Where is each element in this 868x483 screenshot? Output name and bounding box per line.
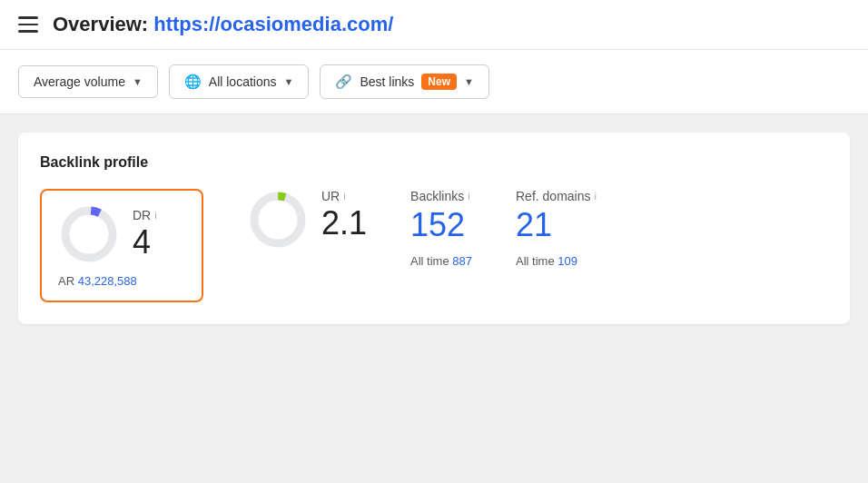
ar-row: AR 43,228,588: [58, 274, 137, 288]
globe-icon: 🌐: [184, 74, 202, 90]
backlinks-value: 152: [410, 207, 472, 243]
dr-value: 4: [133, 224, 157, 261]
ur-donut-chart: [247, 189, 309, 251]
chevron-down-icon: ▼: [284, 76, 294, 87]
ar-value[interactable]: 43,228,588: [78, 274, 137, 288]
volume-btn-label: Average volume: [34, 74, 125, 89]
ref-domains-sub-value[interactable]: 109: [557, 254, 577, 268]
ur-value: 2.1: [321, 205, 367, 242]
backlinks-label: Backlinks i: [410, 189, 472, 203]
ur-info-icon[interactable]: i: [343, 191, 345, 202]
dr-info-icon[interactable]: i: [154, 210, 156, 221]
svg-point-0: [65, 211, 113, 258]
card-title: Backlink profile: [40, 154, 828, 171]
ur-label: UR i: [321, 189, 367, 203]
links-btn-label: Best links: [360, 74, 414, 89]
dr-metric-box: DR i 4 AR 43,228,588: [40, 189, 203, 302]
page-title: Overview: https://ocasiomedia.com/: [53, 13, 393, 36]
backlink-profile-card: Backlink profile: [18, 133, 850, 324]
locations-btn-label: All locations: [209, 74, 277, 89]
backlinks-sub-value[interactable]: 887: [452, 254, 472, 268]
toolbar: Average volume ▼ 🌐 All locations ▼ 🔗 Bes…: [0, 50, 868, 114]
metrics-row: DR i 4 AR 43,228,588: [40, 189, 828, 302]
ar-label: AR: [58, 274, 74, 288]
chevron-down-icon: ▼: [133, 76, 143, 87]
backlinks-metric: Backlinks i 152 All time 887: [410, 189, 472, 268]
ref-domains-sub: All time 109: [516, 254, 597, 268]
hamburger-menu[interactable]: [18, 16, 38, 33]
backlinks-sub-label: All time: [410, 254, 449, 268]
link-icon: 🔗: [335, 74, 352, 90]
svg-point-2: [254, 196, 301, 243]
right-metrics: UR i 2.1 Backlinks i 152 All time: [247, 189, 597, 268]
backlinks-sub: All time 887: [410, 254, 472, 268]
dr-values: DR i 4: [133, 208, 157, 261]
ref-domains-sub-label: All time: [516, 254, 555, 268]
site-url-link[interactable]: https://ocasiomedia.com/: [153, 13, 393, 35]
new-badge: New: [421, 74, 457, 90]
ref-domains-label: Ref. domains i: [516, 189, 597, 203]
ref-domains-info-icon[interactable]: i: [594, 191, 596, 202]
dr-donut-chart: [58, 203, 120, 265]
main-content: Backlink profile: [0, 114, 868, 342]
ur-metric: UR i 2.1: [247, 189, 367, 251]
chevron-down-icon: ▼: [464, 76, 474, 87]
locations-filter-button[interactable]: 🌐 All locations ▼: [169, 64, 310, 99]
title-prefix: Overview:: [53, 13, 153, 35]
header: Overview: https://ocasiomedia.com/: [0, 0, 868, 50]
best-links-filter-button[interactable]: 🔗 Best links New ▼: [320, 64, 489, 99]
dr-label: DR i: [133, 208, 157, 222]
volume-filter-button[interactable]: Average volume ▼: [18, 65, 158, 98]
backlinks-info-icon[interactable]: i: [468, 191, 469, 202]
ref-domains-metric: Ref. domains i 21 All time 109: [516, 189, 597, 268]
ref-domains-value: 21: [516, 207, 597, 243]
